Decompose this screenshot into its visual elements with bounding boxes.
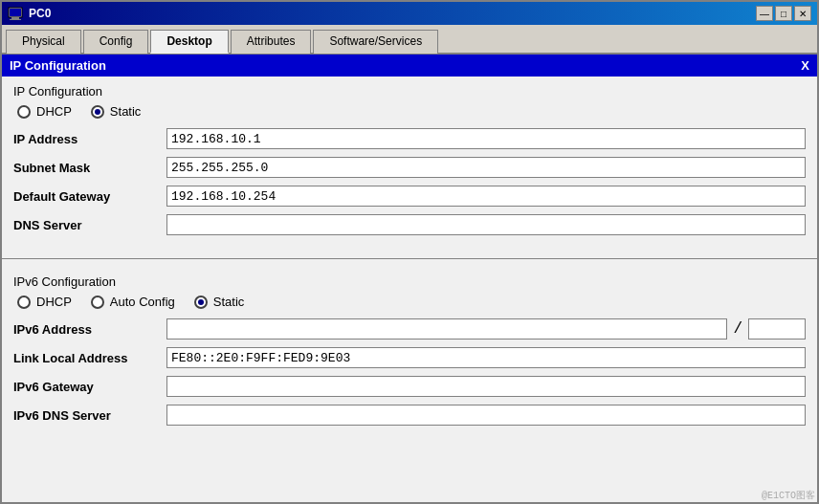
ipv6-address-input[interactable] (166, 318, 727, 340)
ipv6-gateway-input[interactable] (166, 376, 806, 397)
svg-rect-2 (11, 17, 19, 19)
default-gateway-input[interactable] (166, 186, 806, 207)
ipv6-autoconfig-label: Auto Config (110, 295, 175, 309)
svg-rect-3 (10, 19, 21, 20)
content-area: IP Configuration X IP Configuration DHCP… (2, 55, 817, 502)
ipv6-autoconfig-radio-circle (91, 296, 104, 309)
ip-address-label: IP Address (13, 132, 166, 146)
dns-server-input[interactable] (166, 214, 806, 235)
ipv4-static-radio[interactable]: Static (91, 104, 142, 119)
tab-physical[interactable]: Physical (6, 30, 81, 54)
ipv6-static-radio-circle (194, 296, 208, 309)
ip-address-row: IP Address (13, 128, 806, 149)
ipv6-dns-server-input[interactable] (166, 405, 806, 426)
section-divider (2, 258, 817, 259)
ipv6-static-label: Static (213, 295, 245, 309)
ipv6-autoconfig-radio[interactable]: Auto Config (91, 295, 175, 309)
watermark: @E1CTO图客 (762, 489, 815, 502)
ipv6-static-radio[interactable]: Static (194, 295, 245, 309)
maximize-button[interactable]: □ (775, 6, 792, 21)
link-local-address-input[interactable] (166, 347, 806, 368)
minimize-button[interactable]: — (756, 6, 773, 21)
subnet-mask-label: Subnet Mask (13, 161, 166, 175)
tab-desktop[interactable]: Desktop (150, 30, 228, 54)
tab-bar: Physical Config Desktop Attributes Softw… (2, 25, 817, 55)
ipv6-section: IPv6 Configuration DHCP Auto Config Stat… (2, 267, 817, 441)
window-title: PC0 (29, 7, 51, 20)
ip-config-title: IP Configuration (10, 58, 106, 73)
ip-config-header: IP Configuration X (2, 55, 817, 77)
ipv4-dhcp-label: DHCP (36, 104, 72, 119)
title-bar: PC0 — □ ✕ (2, 2, 817, 25)
ipv4-static-radio-circle (91, 105, 104, 119)
title-buttons: — □ ✕ (756, 6, 811, 21)
ipv6-section-title: IPv6 Configuration (13, 274, 806, 289)
ipv6-gateway-row: IPv6 Gateway (13, 376, 806, 397)
link-local-address-row: Link Local Address (13, 347, 806, 368)
ipv6-dns-server-row: IPv6 DNS Server (13, 405, 806, 426)
tab-attributes[interactable]: Attributes (231, 30, 312, 54)
ipv6-slash: / (727, 320, 748, 338)
ipv4-dhcp-radio[interactable]: DHCP (17, 104, 72, 119)
ipv4-section-title: IP Configuration (13, 84, 806, 99)
ipv6-radio-row: DHCP Auto Config Static (13, 295, 806, 309)
subnet-mask-row: Subnet Mask (13, 157, 806, 178)
dns-server-label: DNS Server (13, 218, 166, 232)
tab-software-services[interactable]: Software/Services (313, 30, 438, 54)
ipv6-dhcp-radio[interactable]: DHCP (17, 295, 72, 309)
ipv6-address-label: IPv6 Address (13, 322, 166, 337)
ip-address-input[interactable] (166, 128, 806, 149)
main-window: PC0 — □ ✕ Physical Config Desktop Attrib… (0, 0, 819, 504)
ipv6-address-row: IPv6 Address / (13, 318, 806, 340)
dns-server-row: DNS Server (13, 214, 806, 235)
link-local-address-label: Link Local Address (13, 351, 166, 365)
ipv4-radio-row: DHCP Static (13, 104, 806, 119)
default-gateway-row: Default Gateway (13, 186, 806, 207)
title-bar-left: PC0 (8, 6, 51, 21)
ipv6-dns-server-label: IPv6 DNS Server (13, 408, 166, 423)
ipv6-dhcp-radio-circle (17, 296, 31, 309)
ipv6-prefix-input[interactable] (748, 318, 806, 340)
default-gateway-label: Default Gateway (13, 189, 166, 204)
svg-rect-1 (10, 9, 21, 16)
ipv4-dhcp-radio-circle (17, 105, 31, 119)
tab-config[interactable]: Config (83, 30, 149, 54)
subnet-mask-input[interactable] (166, 157, 806, 178)
ip-config-close[interactable]: X (801, 58, 809, 73)
ipv4-section: IP Configuration DHCP Static IP Address (2, 77, 817, 251)
ipv4-static-label: Static (110, 104, 142, 119)
ipv6-dhcp-label: DHCP (36, 295, 72, 309)
ipv6-gateway-label: IPv6 Gateway (13, 380, 166, 394)
window-icon (8, 6, 23, 21)
close-button[interactable]: ✕ (794, 6, 811, 21)
